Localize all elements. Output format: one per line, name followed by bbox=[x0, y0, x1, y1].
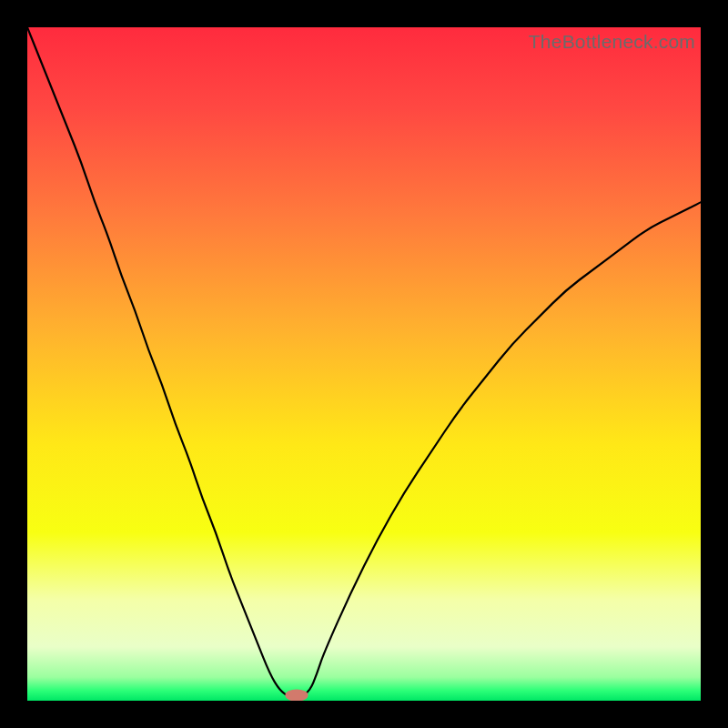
watermark-label: TheBottleneck.com bbox=[529, 31, 695, 53]
chart-frame: TheBottleneck.com bbox=[27, 27, 701, 701]
gradient-background bbox=[27, 27, 701, 701]
bottleneck-chart bbox=[27, 27, 701, 701]
